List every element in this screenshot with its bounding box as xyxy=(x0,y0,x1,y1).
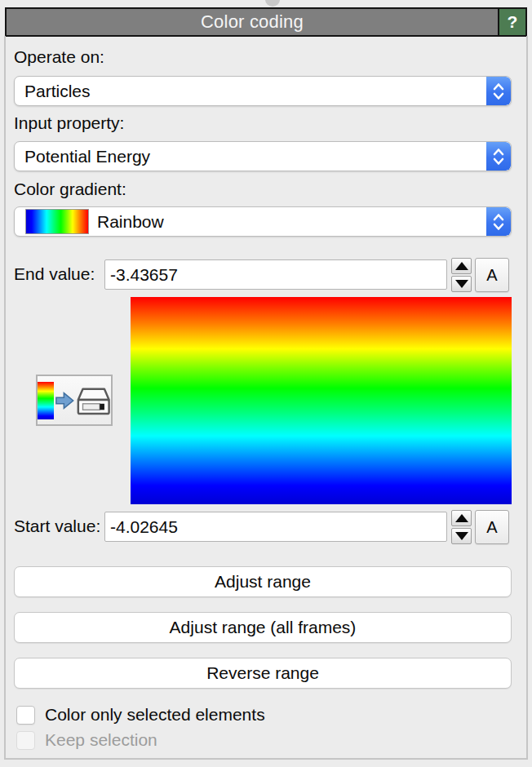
help-button[interactable]: ? xyxy=(498,9,525,35)
chevron-up-down-icon xyxy=(486,142,511,171)
color-gradient-label: Color gradient: xyxy=(14,180,126,199)
input-property-label: Input property: xyxy=(14,113,124,133)
color-only-selected-label: Color only selected elements xyxy=(45,705,265,725)
adjust-range-all-frames-button[interactable]: Adjust range (all frames) xyxy=(14,612,512,643)
page-title: Color coding xyxy=(7,11,498,33)
start-value-spin-up[interactable] xyxy=(451,510,472,526)
gradient-strip-icon xyxy=(38,382,54,419)
start-value-spin-down[interactable] xyxy=(451,528,472,544)
operate-on-label: Operate on: xyxy=(14,47,104,67)
start-value-auto-button[interactable]: A xyxy=(475,510,509,544)
reverse-range-button[interactable]: Reverse range xyxy=(14,658,512,689)
start-value-input[interactable] xyxy=(104,512,447,542)
keep-selection-label: Keep selection xyxy=(45,730,157,750)
disk-drive-icon xyxy=(76,382,111,419)
end-value-spin-down[interactable] xyxy=(451,276,472,292)
chevron-up-down-icon xyxy=(486,77,511,105)
input-property-select[interactable]: Potential Energy xyxy=(14,141,512,171)
end-value-spin-up[interactable] xyxy=(451,258,472,274)
triangle-up-icon xyxy=(455,262,468,270)
chevron-up-down-icon xyxy=(486,207,511,236)
adjust-range-button[interactable]: Adjust range xyxy=(14,566,512,597)
gradient-display xyxy=(131,297,512,504)
splitter-handle-dot xyxy=(265,0,280,7)
triangle-up-icon xyxy=(455,514,468,522)
rollout-titlebar[interactable]: Color coding ? xyxy=(5,7,527,37)
start-value-label: Start value: xyxy=(14,517,100,536)
keep-selection-checkbox xyxy=(16,731,35,750)
end-value-label: End value: xyxy=(14,264,95,284)
operate-on-select[interactable]: Particles xyxy=(14,76,512,106)
triangle-down-icon xyxy=(455,532,468,540)
end-value-auto-button[interactable]: A xyxy=(475,258,509,292)
triangle-down-icon xyxy=(455,280,468,288)
rainbow-swatch-icon xyxy=(25,209,89,234)
arrow-right-icon xyxy=(55,388,75,413)
end-value-input[interactable] xyxy=(104,259,447,290)
input-property-value: Potential Energy xyxy=(15,147,486,166)
color-only-selected-checkbox[interactable] xyxy=(16,706,35,725)
color-gradient-select[interactable]: Rainbow xyxy=(14,206,512,237)
operate-on-value: Particles xyxy=(15,82,486,101)
export-color-scale-button[interactable] xyxy=(36,375,113,426)
color-gradient-value: Rainbow xyxy=(89,212,486,232)
